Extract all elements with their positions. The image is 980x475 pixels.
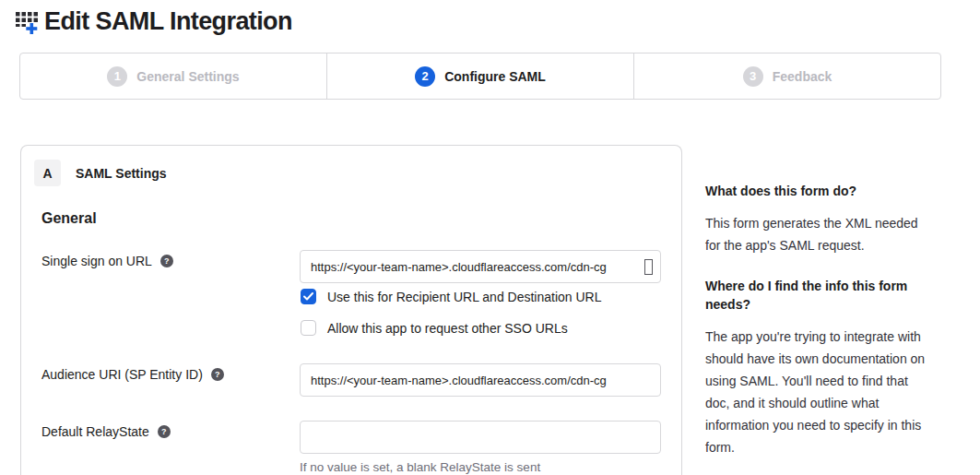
recipient-url-checkbox-row[interactable]: Use this for Recipient URL and Destinati… <box>301 289 602 304</box>
help-question-1: What does this form do? <box>705 182 936 200</box>
step-label: Feedback <box>773 69 832 84</box>
other-sso-urls-checkbox-row[interactable]: Allow this app to request other SSO URLs <box>301 320 568 336</box>
step-general-settings[interactable]: 1 General Settings <box>20 53 326 99</box>
page-title: Edit SAML Integration <box>44 6 292 37</box>
step-feedback[interactable]: 3 Feedback <box>633 53 940 99</box>
step-number-badge: 3 <box>743 66 763 87</box>
edit-saml-integration-screen: Edit SAML Integration 1 General Settings… <box>0 0 980 475</box>
field-label-text: Default RelayState <box>41 424 149 439</box>
sso-url-label: Single sign on URL ? <box>41 254 173 268</box>
help-panel: What does this form do? This form genera… <box>705 182 936 475</box>
help-answer-2: The app you're trying to integrate with … <box>705 326 936 458</box>
audience-uri-label: Audience URI (SP Entity ID) ? <box>41 367 224 382</box>
checkbox-label: Allow this app to request other SSO URLs <box>327 321 568 336</box>
step-label: General Settings <box>136 69 239 84</box>
saml-settings-card: A SAML Settings General Single sign on U… <box>20 145 682 475</box>
help-icon[interactable]: ? <box>160 255 173 267</box>
group-heading-general: General <box>41 210 97 227</box>
help-question-2: Where do I find the info this form needs… <box>705 277 936 314</box>
app-grid-add-icon <box>15 8 42 38</box>
section-badge-a: A <box>34 160 61 186</box>
help-icon[interactable]: ? <box>158 425 171 438</box>
wizard-stepper: 1 General Settings 2 Configure SAML 3 Fe… <box>19 53 941 100</box>
step-number-badge: 1 <box>107 66 127 87</box>
step-configure-saml[interactable]: 2 Configure SAML <box>326 53 633 99</box>
step-number-badge: 2 <box>415 66 435 87</box>
checkbox-label: Use this for Recipient URL and Destinati… <box>327 290 602 304</box>
recipient-url-checkbox[interactable] <box>301 289 316 304</box>
section-title: SAML Settings <box>76 166 167 181</box>
page-header: Edit SAML Integration <box>15 6 292 38</box>
field-label-text: Single sign on URL <box>41 254 152 268</box>
step-label: Configure SAML <box>444 69 546 84</box>
field-label-text: Audience URI (SP Entity ID) <box>41 367 203 382</box>
help-icon[interactable]: ? <box>211 368 224 381</box>
default-relaystate-input[interactable] <box>300 421 661 454</box>
other-sso-urls-checkbox[interactable] <box>301 320 316 336</box>
default-relaystate-label: Default RelayState ? <box>41 424 171 439</box>
audience-uri-input[interactable] <box>300 363 661 397</box>
help-answer-1: This form generates the XML needed for t… <box>705 212 936 256</box>
sso-url-input[interactable] <box>300 250 661 283</box>
relaystate-hint: If no value is set, a blank RelayState i… <box>300 460 540 474</box>
